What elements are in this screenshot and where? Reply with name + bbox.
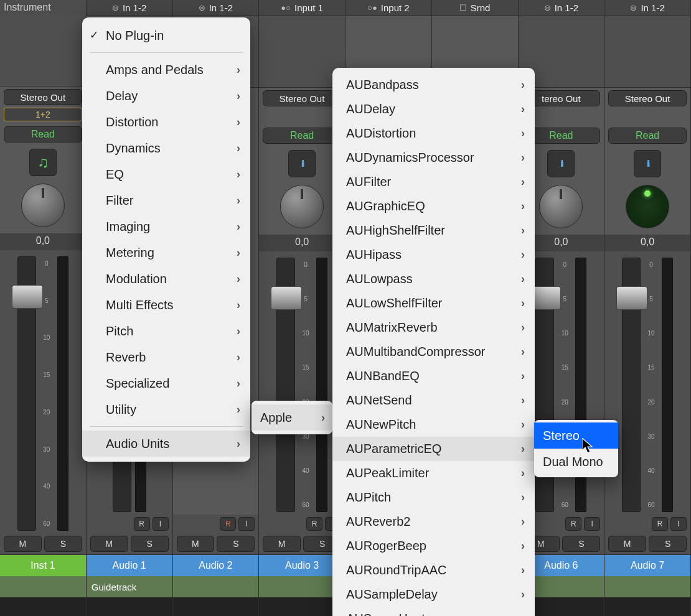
menu-item-aubandpass[interactable]: AUBandpass› [332, 73, 535, 97]
input-header[interactable]: ⊚In 1-2 [604, 0, 690, 16]
menu-item-filter[interactable]: Filter› [82, 187, 250, 213]
record-enable-button[interactable]: R [306, 517, 322, 531]
menu-item-apple[interactable]: Apple› [251, 404, 332, 431]
menu-item-aumatrixreverb[interactable]: AUMatrixReverb› [332, 315, 535, 340]
au-plugin-menu[interactable]: AUBandpass›AUDelay›AUDistortion›AUDynami… [332, 68, 535, 616]
pan-value[interactable]: 0,0 [0, 233, 86, 250]
output-button[interactable]: Stereo Out [608, 90, 687, 106]
solo-button[interactable]: S [217, 536, 255, 552]
group-cell[interactable]: Guidetrack [87, 576, 172, 597]
plugin-format-menu[interactable]: StereoDual Mono [534, 420, 618, 477]
input-monitor-button[interactable]: I [153, 517, 169, 531]
solo-button[interactable]: S [649, 536, 687, 552]
menu-item-aulowpass[interactable]: AULowpass› [332, 267, 535, 291]
menu-item-aunetsend[interactable]: AUNetSend› [332, 388, 535, 413]
surround-panner[interactable] [626, 185, 669, 228]
track-icon-wave[interactable]: ıllıllı [634, 150, 661, 177]
menu-item-dynamics[interactable]: Dynamics› [82, 135, 250, 161]
input-header[interactable]: ○●Input 2 [346, 0, 431, 16]
menu-item-aupeaklimiter[interactable]: AUPeakLimiter› [332, 461, 535, 485]
menu-item-reverb[interactable]: Reverb› [82, 344, 250, 370]
menu-item-imaging[interactable]: Imaging› [82, 213, 250, 240]
menu-item-audelay[interactable]: AUDelay› [332, 97, 535, 121]
record-enable-button[interactable]: R [652, 517, 668, 531]
menu-item-aupitch[interactable]: AUPitch› [332, 485, 535, 510]
fader-cap[interactable] [12, 285, 43, 309]
pan-knob[interactable] [21, 184, 65, 227]
menu-item-auroundtripaac[interactable]: AURoundTripAAC› [332, 558, 535, 582]
input-header[interactable]: ●○Input 1 [259, 0, 345, 16]
pan-knob[interactable] [280, 185, 324, 228]
plugin-category-menu[interactable]: ✓No Plug-in Amps and Pedals› Delay› Dist… [82, 17, 250, 462]
bus-assignment[interactable]: 1+2 [4, 108, 82, 121]
mute-button[interactable]: M [608, 536, 646, 552]
menu-item-distortion[interactable]: Distortion› [82, 109, 250, 135]
menu-item-augraphiceq[interactable]: AUGraphicEQ› [332, 194, 535, 218]
menu-item-aunewpitch[interactable]: AUNewPitch› [332, 413, 535, 437]
mute-button[interactable]: M [90, 536, 128, 552]
menu-item-eq[interactable]: EQ› [82, 161, 250, 187]
menu-item-utility[interactable]: Utility› [82, 396, 250, 422]
fader-cap[interactable] [271, 286, 302, 310]
input-header[interactable]: ⊚In 1-2 [173, 0, 259, 16]
menu-item-audio-units[interactable]: Audio Units› [82, 431, 250, 457]
menu-item-metering[interactable]: Metering› [82, 240, 250, 266]
menu-item-aufilter[interactable]: AUFilter› [332, 170, 535, 194]
menu-item-auspaceheater[interactable]: AUSpaceHeater› [332, 607, 535, 616]
menu-item-ausampledelay[interactable]: AUSampleDelay› [332, 582, 535, 607]
volume-fader[interactable] [17, 256, 36, 531]
group-cell[interactable] [173, 576, 259, 597]
menu-item-aunbandeq[interactable]: AUNBandEQ› [332, 364, 535, 388]
automation-read-button[interactable]: Read [263, 128, 341, 144]
output-button[interactable]: Stereo Out [4, 89, 82, 105]
menu-item-specialized[interactable]: Specialized› [82, 370, 250, 396]
group-cell[interactable] [604, 576, 690, 597]
record-enable-button[interactable]: R [565, 517, 581, 531]
input-header[interactable]: ☐Srnd [432, 0, 518, 16]
menu-item-amps-and-pedals[interactable]: Amps and Pedals› [82, 57, 250, 83]
instrument-label[interactable]: Instrument [0, 0, 86, 15]
volume-fader[interactable] [622, 258, 641, 512]
record-enable-button[interactable]: R [134, 517, 150, 531]
group-cell[interactable] [0, 576, 86, 597]
solo-button[interactable]: S [131, 536, 169, 552]
menu-item-stereo[interactable]: Stereo [534, 422, 618, 449]
track-icon-music[interactable]: ♫ [29, 149, 57, 176]
fader-cap[interactable] [616, 286, 647, 310]
menu-item-aumultibandcompressor[interactable]: AUMultibandCompressor› [332, 340, 535, 364]
track-name[interactable]: Audio 2 [173, 555, 259, 576]
track-name[interactable]: Audio 1 [87, 555, 172, 576]
menu-item-auhipass[interactable]: AUHipass› [332, 243, 535, 267]
insert-slots[interactable] [0, 15, 86, 86]
menu-item-auhighshelffilter[interactable]: AUHighShelfFilter› [332, 218, 535, 243]
menu-item-auparametriceq[interactable]: AUParametricEQ› [332, 437, 535, 461]
mute-button[interactable]: M [4, 536, 42, 552]
menu-item-no-plugin[interactable]: ✓No Plug-in [82, 22, 250, 49]
insert-slots[interactable] [604, 16, 690, 88]
menu-item-modulation[interactable]: Modulation› [82, 266, 250, 292]
menu-item-aulowshelffilter[interactable]: AULowShelfFilter› [332, 291, 535, 315]
menu-item-audistortion[interactable]: AUDistortion› [332, 121, 535, 146]
output-button[interactable]: Stereo Out [263, 90, 341, 106]
track-name[interactable]: Audio 7 [604, 555, 690, 576]
input-monitor-button[interactable]: I [584, 517, 600, 531]
automation-read-button[interactable]: Read [608, 128, 687, 144]
automation-read-button[interactable]: Read [4, 126, 82, 142]
input-header[interactable]: ⊚In 1-2 [519, 0, 604, 16]
menu-item-pitch[interactable]: Pitch› [82, 318, 250, 344]
solo-button[interactable]: S [44, 536, 82, 552]
solo-button[interactable]: S [562, 536, 600, 552]
input-monitor-button[interactable]: I [238, 517, 255, 531]
au-vendor-menu[interactable]: Apple› [251, 401, 332, 434]
track-name[interactable]: Inst 1 [0, 555, 86, 576]
menu-item-aureverb2[interactable]: AUReverb2› [332, 510, 535, 534]
input-monitor-button[interactable]: I [670, 517, 687, 531]
track-icon-wave[interactable]: ıllıllı [547, 150, 575, 177]
pan-knob[interactable] [539, 185, 583, 228]
menu-item-dual-mono[interactable]: Dual Mono [534, 449, 618, 475]
mute-button[interactable]: M [263, 536, 301, 552]
mute-button[interactable]: M [177, 536, 215, 552]
menu-item-delay[interactable]: Delay› [82, 83, 250, 109]
menu-item-multi-effects[interactable]: Multi Effects› [82, 292, 250, 318]
menu-item-audynamicsprocessor[interactable]: AUDynamicsProcessor› [332, 146, 535, 170]
